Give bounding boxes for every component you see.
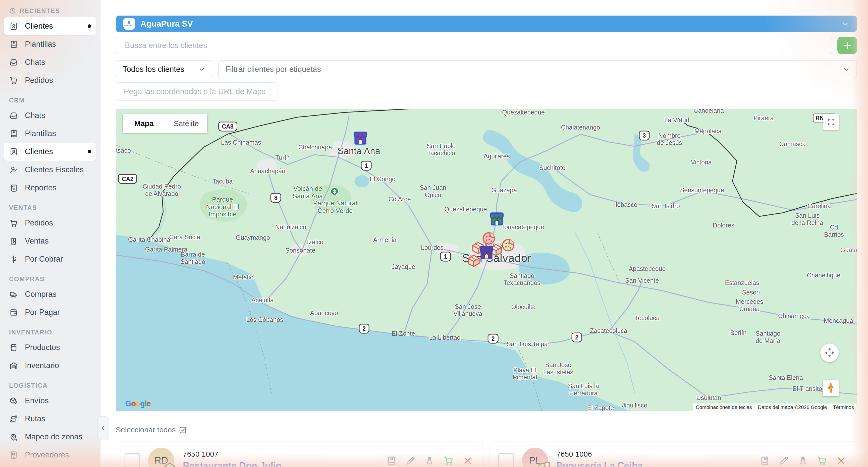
- sidebar-item-compras[interactable]: Compras: [4, 285, 96, 303]
- company-name: AguaPura SV: [141, 19, 193, 29]
- chevron-down-icon: [198, 66, 205, 73]
- locate-client-icon[interactable]: [424, 455, 435, 466]
- company-selector[interactable]: AGUAPURA SV AguaPura SV: [116, 15, 857, 32]
- new-order-icon[interactable]: [816, 455, 828, 466]
- remove-icon[interactable]: [462, 455, 473, 466]
- plus-icon: [842, 40, 852, 51]
- sidebar-item-pedidos[interactable]: Pedidos: [4, 214, 96, 232]
- map-type-satellite-button[interactable]: Satélite: [165, 114, 207, 133]
- store-marker-green[interactable]: [489, 211, 505, 226]
- select-all-label: Seleccionar todos: [116, 426, 176, 434]
- edit-icon[interactable]: [405, 455, 416, 466]
- sidebar-item-envíos[interactable]: Envíos: [4, 392, 96, 410]
- locate-client-icon[interactable]: [798, 455, 808, 466]
- active-dot: [88, 24, 91, 28]
- book-icon: [9, 129, 18, 138]
- new-order-icon[interactable]: [443, 455, 454, 466]
- sidebar-item-label: Mapeo de zonas: [25, 432, 82, 441]
- pegman-button[interactable]: [823, 380, 839, 396]
- coordinates-input[interactable]: [116, 82, 278, 101]
- sidebar-item-proveedores[interactable]: Proveedores: [4, 446, 96, 464]
- sidebar-item-chats[interactable]: Chats: [4, 53, 96, 71]
- keyboard-shortcuts-button[interactable]: Combinaciones de teclas: [693, 403, 755, 411]
- pan-control[interactable]: [820, 343, 839, 362]
- remove-icon[interactable]: [836, 455, 847, 466]
- active-dot: [88, 150, 91, 153]
- pin-plus-icon: [9, 432, 18, 442]
- sidebar-item-label: Plantillas: [25, 129, 56, 138]
- sidebar-item-clientes[interactable]: Clientes: [4, 17, 96, 35]
- sidebar-item-label: Clientes: [25, 147, 53, 156]
- fullscreen-icon: [827, 118, 835, 126]
- product-icon: [9, 343, 18, 352]
- sidebar-section-header: CRM: [0, 97, 100, 103]
- app-root: RECIENTESClientesPlantillasChatsPedidosC…: [0, 0, 868, 467]
- add-client-button[interactable]: [837, 37, 857, 54]
- client-checkbox[interactable]: [498, 453, 514, 467]
- sidebar-item-plantillas[interactable]: Plantillas: [4, 35, 96, 53]
- sidebar-item-por-pagar[interactable]: Por Pagar: [4, 303, 96, 321]
- sidebar-item-pedidos[interactable]: Pedidos: [4, 71, 96, 89]
- sidebar-item-chats[interactable]: Chats: [4, 106, 96, 125]
- chevron-down-icon: [843, 66, 850, 73]
- sidebar-item-label: Compras: [25, 290, 57, 299]
- sidebar-item-label: Plantillas: [25, 40, 56, 49]
- edit-icon[interactable]: [778, 455, 789, 466]
- dollar-icon: [9, 255, 18, 264]
- wallet-icon: [9, 308, 18, 317]
- sidebar-item-inventario[interactable]: Inventario: [4, 356, 96, 375]
- sidebar-item-label: Chats: [25, 58, 45, 67]
- notes-icon[interactable]: [759, 455, 770, 466]
- sidebar-section-label: RECIENTES: [20, 7, 60, 14]
- sidebar-item-label: Por Cobrar: [25, 255, 63, 263]
- map-canvas[interactable]: QuezaltepequeChalatenangoCandelariaLa Vi…: [116, 109, 857, 411]
- sidebar-collapse-button[interactable]: [97, 416, 109, 440]
- sidebar-item-ventas[interactable]: Ventas: [4, 232, 96, 250]
- sidebar-item-productos[interactable]: Productos: [4, 338, 96, 356]
- map-type-map-button[interactable]: Mapa: [123, 114, 165, 133]
- sidebar-item-label: Pedidos: [25, 218, 53, 227]
- cart-icon: [9, 76, 18, 85]
- sidebar: RECIENTESClientesPlantillasChatsPedidosC…: [0, 0, 100, 467]
- client-name-link[interactable]: Restaurante Don Julio: [183, 461, 282, 467]
- sidebar-section-header: VENTAS: [0, 205, 100, 211]
- sidebar-item-mapeo-de-zonas[interactable]: Mapeo de zonas: [4, 428, 96, 446]
- terms-link[interactable]: Términos: [830, 403, 857, 411]
- clock-icon: [9, 7, 16, 14]
- fullscreen-button[interactable]: [823, 114, 839, 130]
- sidebar-section-header: COMPRAS: [0, 276, 100, 282]
- sidebar-item-label: Por Pagar: [25, 308, 60, 317]
- sidebar-section-header: LOGÍSTICA: [0, 382, 100, 389]
- client-checkbox[interactable]: [125, 453, 140, 467]
- google-logo[interactable]: Google: [125, 399, 151, 408]
- client-filter-select[interactable]: Todos los clientes: [116, 60, 212, 78]
- client-name-link[interactable]: Pupusería La Ceiba: [557, 461, 643, 467]
- sidebar-item-clientes[interactable]: Clientes: [4, 143, 96, 161]
- sidebar-item-reportes[interactable]: Reportes: [4, 179, 96, 197]
- sidebar-item-label: Reportes: [25, 183, 57, 192]
- report-icon: [9, 183, 18, 193]
- sidebar-item-clientes-fiscales[interactable]: Clientes Fiscales: [4, 161, 96, 179]
- map-artwork: [116, 109, 857, 411]
- route-icon: [9, 414, 18, 424]
- notes-icon[interactable]: [386, 455, 397, 466]
- sidebar-item-label: Pedidos: [25, 76, 53, 85]
- sidebar-item-plantillas[interactable]: Plantillas: [4, 125, 96, 143]
- sidebar-item-label: Proveedores: [25, 450, 69, 460]
- search-input[interactable]: [116, 37, 832, 54]
- sidebar-item-label: Envíos: [25, 396, 49, 405]
- truck-icon: [9, 290, 18, 299]
- select-all-control[interactable]: Seleccionar todos: [116, 426, 187, 434]
- sidebar-item-por-cobrar[interactable]: Por Cobrar: [4, 250, 96, 268]
- company-logo-text: AGUAPURA SV: [123, 25, 135, 28]
- client-type-box-icon: [163, 462, 176, 467]
- inbox-icon: [9, 58, 18, 67]
- cookie-marker-green[interactable]: [501, 238, 516, 252]
- store-marker-purple[interactable]: [352, 130, 369, 145]
- store-marker-red[interactable]: [478, 244, 495, 259]
- tag-filter-select[interactable]: Filtrar clientes por etiquetas: [218, 60, 857, 78]
- sidebar-item-rutas[interactable]: Rutas: [4, 410, 96, 428]
- building-icon: [9, 450, 18, 460]
- cookie-marker-pink[interactable]: [482, 231, 497, 245]
- sidebar-item-label: Inventario: [25, 361, 59, 370]
